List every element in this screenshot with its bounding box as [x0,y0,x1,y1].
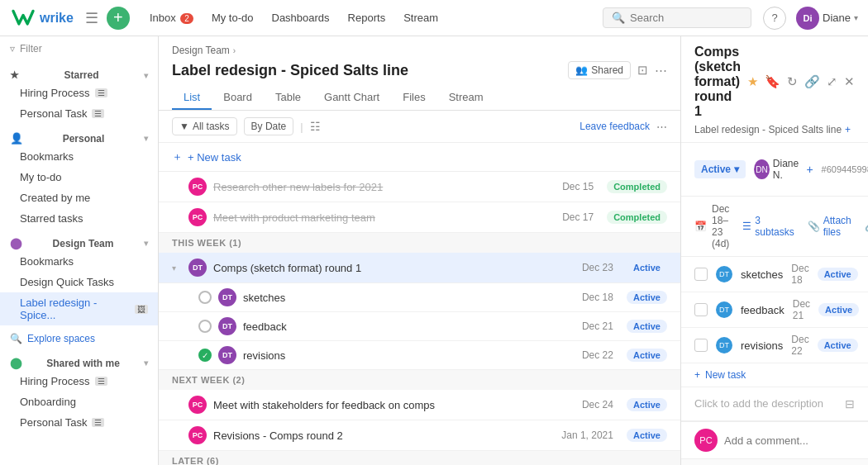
star-icon[interactable]: ★ [747,74,758,89]
more-options-icon[interactable]: ⋯ [656,121,667,133]
shared-section-header[interactable]: ⬤ Shared with me ▾ [0,352,158,371]
tab-list[interactable]: List [172,86,212,110]
bookmark-icon[interactable]: 🔖 [765,74,780,89]
tab-files[interactable]: Files [391,86,436,110]
close-icon[interactable]: ✕ [844,74,855,89]
assignee-area[interactable]: DN Diane N. + [754,158,813,181]
comment-input[interactable] [724,434,863,447]
link-icon[interactable]: 🔗 [804,74,820,89]
search-input[interactable] [630,12,742,24]
add-subtask-button[interactable]: + New task [681,363,868,387]
nav-stream[interactable]: Stream [395,8,446,27]
table-row[interactable]: ▾ DT Comps (sketch format) round 1 Dec 2… [159,253,680,283]
dot-icon: ⬤ [10,357,22,369]
dependencies-button[interactable]: 🔗 4 dependencies [865,215,868,238]
plus-icon[interactable]: + [806,163,813,176]
copy-icon[interactable]: ⊡ [637,63,648,78]
sidebar-item-hiring-process-starred[interactable]: Hiring Process ☰ [0,83,158,103]
add-button[interactable]: + [107,7,130,30]
sidebar-item-starred-tasks[interactable]: Starred tasks [0,208,158,229]
subtasks-button[interactable]: ☰ 3 subtasks [742,215,794,238]
list-item[interactable]: DT sketches Dec 18 Active [159,283,680,312]
sidebar-item-mytodo[interactable]: My to-do [0,167,158,187]
subtasks-icon: ☰ [742,221,751,232]
sidebar-item-bookmarks-design[interactable]: Bookmarks [0,251,158,272]
team-icon: ⬤ [10,237,22,249]
sidebar-item-bookmarks-personal[interactable]: Bookmarks [0,146,158,167]
tab-board[interactable]: Board [212,86,264,110]
sidebar-item-label: Personal Task [20,107,87,120]
search-icon: 🔍 [612,12,625,24]
list-item[interactable]: DT feedback Dec 21 Active [159,312,680,341]
nav-dashboards[interactable]: Dashboards [264,8,338,27]
attach-files-button[interactable]: 📎 Attach files [808,215,851,238]
table-row[interactable]: PC Revisions - Comps round 2 Jan 1, 2021… [159,420,680,451]
list-item[interactable]: DT feedback Dec 21 Active [681,292,868,328]
sidebar-item-personal-task-starred[interactable]: Personal Task ☰ [0,103,158,124]
more-options-icon[interactable]: ⋯ [655,63,667,78]
checkbox[interactable] [694,303,708,316]
star-icon: ★ [10,69,19,81]
left-panel: Design Team › Label redesign - Spiced Sa… [159,36,681,465]
all-tasks-filter[interactable]: ▼ All tasks [172,117,237,135]
sidebar-section-design-team: ⬤ Design Team ▾ Bookmarks Design Quick T… [0,232,158,325]
sidebar-item-label-redesign[interactable]: Label redesign - Spice... 🖼 [0,292,158,325]
title-actions: 👥 Shared ⊡ ⋯ [568,61,667,79]
avatar: DT [716,301,732,318]
breadcrumb-link[interactable]: Design Team [172,45,230,56]
sidebar-item-design-quick-tasks[interactable]: Design Quick Tasks [0,272,158,292]
tab-table[interactable]: Table [264,86,312,110]
checkbox[interactable]: ✓ [198,349,212,362]
person-icon: 👤 [10,132,23,145]
status-dropdown[interactable]: Active ▾ [694,160,746,178]
personal-section-header[interactable]: 👤 Personal ▾ [0,127,158,146]
status-badge: Active [818,339,858,352]
tab-stream[interactable]: Stream [437,86,495,110]
rp-breadcrumb-add[interactable]: + [845,124,851,135]
table-row[interactable]: PC Meet with stakeholders for feedback o… [159,390,680,420]
hamburger-icon[interactable]: ☰ [85,9,98,27]
date-range[interactable]: 📅 Dec 18–23 (4d) [694,203,729,249]
filter-button[interactable]: ▿ Filter [0,36,158,61]
expand-icon: ▾ [172,263,182,273]
status-badge: Active [627,398,667,411]
tab-gantt[interactable]: Gantt Chart [312,86,391,110]
filter-icon[interactable]: ⊟ [845,397,855,410]
starred-section-header[interactable]: ★ Starred ▾ [0,64,158,83]
help-button[interactable]: ? [763,7,786,30]
table-row[interactable]: PC Meet with product marketing team Dec … [159,202,680,233]
avatar: DT [188,259,207,277]
list-item[interactable]: DT revisions Dec 22 Active [681,328,868,363]
checkbox[interactable] [694,339,708,352]
logo[interactable]: wrike [10,8,74,28]
sidebar-item-hiring-process-shared[interactable]: Hiring Process ☰ [0,371,158,391]
nav-reports[interactable]: Reports [340,8,394,27]
doc-badge: ☰ [92,418,104,427]
sidebar-item-explore-spaces[interactable]: 🔍 Explore spaces [0,329,158,349]
sidebar-item-personal-task-shared[interactable]: Personal Task ☰ [0,412,158,433]
nav-mytodo[interactable]: My to-do [203,8,262,27]
checkbox[interactable] [694,268,708,281]
leave-feedback-button[interactable]: Leave feedback [579,121,650,132]
expand-icon[interactable]: ⤢ [827,74,837,89]
add-task-row[interactable]: ＋ + New task [159,143,680,172]
rp-breadcrumb-link[interactable]: Label redesign - Spiced Salts line [694,124,842,135]
logo-text: wrike [40,11,74,26]
shared-button[interactable]: 👥 Shared [568,61,631,79]
list-item[interactable]: DT sketches Dec 18 Active [681,257,868,292]
checkbox[interactable] [198,291,212,304]
sidebar-item-onboarding[interactable]: Onboarding [0,391,158,412]
by-date-filter[interactable]: By Date [244,117,294,135]
user-menu[interactable]: Di Diane ▾ [796,7,858,30]
description-field[interactable]: Click to add the description ⊟ [681,387,868,421]
table-row[interactable]: PC Research other new labels for 2021 De… [159,172,680,202]
list-item[interactable]: ✓ DT revisions Dec 22 Active [159,341,680,370]
checkbox[interactable] [198,320,212,333]
sidebar-item-created-by-me[interactable]: Created by me [0,187,158,208]
search-box[interactable]: 🔍 [603,7,751,28]
columns-icon[interactable]: ☷ [310,120,321,133]
nav-inbox[interactable]: Inbox 2 [141,8,202,27]
design-team-section-header[interactable]: ⬤ Design Team ▾ [0,232,158,251]
refresh-icon[interactable]: ↻ [787,74,798,89]
right-panel-header: Comps (sketch format) round 1 ★ 🔖 ↻ 🔗 ⤢ … [681,36,868,143]
